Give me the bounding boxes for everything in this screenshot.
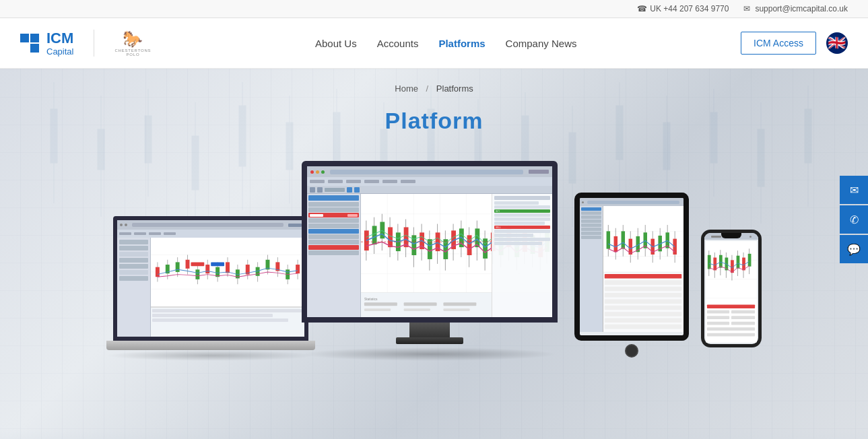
svg-rect-113 xyxy=(483,238,488,259)
polo-brand-text: CHESTERTONSPOLO xyxy=(114,48,151,57)
svg-rect-47 xyxy=(195,269,199,279)
nav-company-news[interactable]: Company News xyxy=(506,34,577,53)
polo-horse-icon: 🐎 xyxy=(123,30,143,48)
svg-rect-195 xyxy=(748,254,752,267)
tablet-device xyxy=(574,193,689,361)
phone-contact[interactable]: ☎ UK +44 207 634 9770 xyxy=(637,4,729,13)
phone-screen xyxy=(701,230,762,347)
svg-rect-191 xyxy=(737,256,740,269)
laptop-base xyxy=(106,341,315,350)
svg-rect-39 xyxy=(156,267,160,277)
phone-notch xyxy=(721,233,741,238)
svg-rect-69 xyxy=(211,262,224,266)
svg-rect-45 xyxy=(186,260,190,269)
svg-rect-168 xyxy=(605,280,681,285)
mobile-devices xyxy=(561,193,762,361)
header: ICM Capital 🐎 CHESTERTONSPOLO About Us A… xyxy=(0,18,868,69)
hero-section: Home / Platforms Platform xyxy=(0,69,868,439)
nav-right: ICM Access xyxy=(741,32,848,55)
svg-rect-167 xyxy=(605,274,681,279)
email-contact[interactable]: ✉ support@icmcapital.co.uk xyxy=(742,4,848,13)
svg-rect-203 xyxy=(707,327,755,331)
email-label: support@icmcapital.co.uk xyxy=(755,4,848,13)
monitor-stand xyxy=(409,323,450,337)
svg-rect-150 xyxy=(622,231,625,248)
svg-rect-89 xyxy=(388,227,393,247)
top-bar: ☎ UK +44 207 634 9770 ✉ support@icmcapit… xyxy=(0,0,868,18)
svg-rect-49 xyxy=(205,265,209,273)
floating-action-buttons: ✉ ✆ 💬 xyxy=(840,176,868,263)
monitor-device: Statistics xyxy=(302,161,558,361)
hero-footer-gradient xyxy=(0,429,868,439)
svg-rect-68 xyxy=(191,262,204,266)
svg-rect-170 xyxy=(605,293,681,298)
svg-rect-109 xyxy=(467,235,472,255)
nav-about-us[interactable]: About Us xyxy=(315,34,357,53)
tablet-screen xyxy=(574,193,689,341)
nav-accounts[interactable]: Accounts xyxy=(377,34,419,53)
phone-icon: ☎ xyxy=(637,4,646,13)
svg-rect-185 xyxy=(719,255,723,268)
svg-rect-198 xyxy=(731,310,755,314)
svg-rect-173 xyxy=(605,312,681,316)
devices-showcase: Statistics xyxy=(0,161,868,361)
page-title: Platform xyxy=(0,101,868,161)
svg-rect-181 xyxy=(708,255,711,269)
breadcrumb-separator: / xyxy=(426,83,429,94)
logo-area: ICM Capital 🐎 CHESTERTONSPOLO xyxy=(20,30,151,57)
float-email-button[interactable]: ✉ xyxy=(840,176,868,204)
svg-rect-146 xyxy=(607,231,610,248)
logo-capital-text: Capital xyxy=(46,47,73,56)
icm-access-button[interactable]: ICM Access xyxy=(741,32,816,55)
laptop-device xyxy=(106,216,315,361)
svg-rect-138 xyxy=(404,308,430,311)
float-chat-icon: 💬 xyxy=(847,243,861,256)
svg-rect-169 xyxy=(605,287,681,292)
svg-rect-204 xyxy=(707,333,755,337)
svg-rect-174 xyxy=(605,318,681,323)
laptop-screen xyxy=(113,216,308,341)
monitor-base xyxy=(396,337,463,344)
svg-rect-139 xyxy=(443,308,469,311)
svg-rect-199 xyxy=(707,316,729,319)
logo-icm-text: ICM xyxy=(46,30,73,46)
svg-rect-196 xyxy=(707,304,755,308)
breadcrumb: Home / Platforms xyxy=(0,69,868,101)
svg-rect-137 xyxy=(364,308,391,311)
monitor-screen: Statistics xyxy=(302,161,558,323)
icm-logo[interactable]: ICM Capital xyxy=(20,30,73,55)
chestertons-polo-logo: 🐎 CHESTERTONSPOLO xyxy=(114,30,151,57)
svg-rect-202 xyxy=(731,322,755,325)
svg-rect-175 xyxy=(605,325,681,329)
nav-platforms[interactable]: Platforms xyxy=(438,34,485,53)
float-phone-icon: ✆ xyxy=(850,213,859,226)
svg-text:Statistics: Statistics xyxy=(364,298,378,301)
logo-divider xyxy=(94,30,94,57)
svg-rect-197 xyxy=(707,310,729,314)
svg-rect-67 xyxy=(296,265,300,273)
svg-rect-136 xyxy=(443,302,476,306)
float-email-icon: ✉ xyxy=(850,184,859,197)
breadcrumb-current: Platforms xyxy=(436,83,473,94)
phone-device xyxy=(701,230,762,347)
float-chat-button[interactable]: 💬 xyxy=(840,235,868,263)
svg-rect-201 xyxy=(707,322,729,325)
svg-rect-134 xyxy=(364,302,397,306)
main-nav: About Us Accounts Platforms Company News xyxy=(315,34,576,53)
svg-rect-43 xyxy=(176,262,180,272)
svg-rect-53 xyxy=(226,262,230,273)
svg-rect-171 xyxy=(605,299,681,304)
svg-rect-183 xyxy=(713,258,716,271)
phone-label: UK +44 207 634 9770 xyxy=(650,4,729,13)
svg-rect-99 xyxy=(428,239,432,259)
float-phone-button[interactable]: ✆ xyxy=(840,205,868,234)
svg-rect-172 xyxy=(605,306,681,310)
tablet-home-button xyxy=(625,344,638,358)
email-icon: ✉ xyxy=(742,4,752,13)
breadcrumb-home[interactable]: Home xyxy=(395,83,418,94)
monitor-shadow xyxy=(302,347,558,361)
svg-rect-135 xyxy=(404,302,437,306)
laptop-shadow xyxy=(106,350,315,361)
svg-rect-148 xyxy=(614,236,617,252)
language-flag-uk[interactable] xyxy=(826,32,848,54)
